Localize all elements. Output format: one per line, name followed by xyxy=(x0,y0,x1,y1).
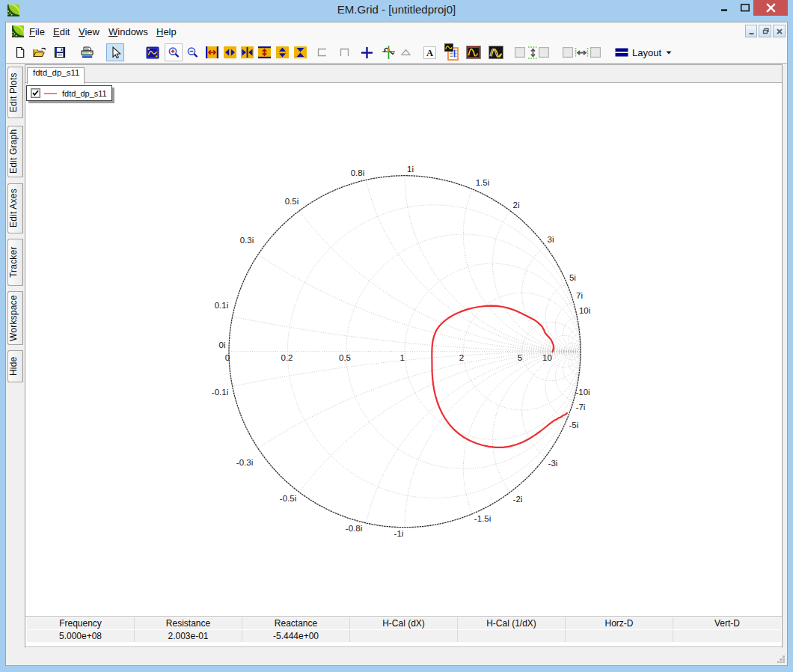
toolbar-button-zoom-fit[interactable] xyxy=(144,43,162,61)
toolbar-button-shrink-x[interactable] xyxy=(238,43,256,61)
window-title: EM.Grid - [untitledproj0] xyxy=(0,3,793,16)
toolbar-button-select-cursor[interactable] xyxy=(106,43,124,61)
toolbar-button-marker-triangle[interactable] xyxy=(397,43,415,61)
window-close-button[interactable] xyxy=(753,0,788,16)
menu-edit[interactable]: Edit xyxy=(49,22,74,41)
sidebar-tab-label: Tracker xyxy=(8,239,22,285)
app-frame: File Edit View Windows Help Layout A Edi… xyxy=(5,22,788,666)
print-icon xyxy=(80,46,94,58)
window-minimize-button[interactable] xyxy=(710,0,737,16)
sidebar-tab-edit-graph[interactable]: Edit Graph xyxy=(7,126,23,177)
table-top-border xyxy=(25,616,782,617)
toolbar-button-plot-report[interactable] xyxy=(443,43,461,61)
resize-grip[interactable] xyxy=(777,656,785,663)
sidebar-tab-label: Edit Axes xyxy=(8,184,22,233)
menu-bar: File Edit View Windows Help xyxy=(6,22,787,41)
single-trace-icon xyxy=(466,46,481,59)
svg-text:-0.8i: -0.8i xyxy=(346,524,362,533)
svg-text:5i: 5i xyxy=(569,273,576,282)
toolbar-button-stretch-x[interactable] xyxy=(221,43,239,61)
toolbar-button-stretch-y[interactable] xyxy=(274,43,292,61)
window-maximize-button[interactable] xyxy=(737,0,753,16)
sidebar-tab-label: Edit Plots xyxy=(8,67,22,117)
select-cursor-icon xyxy=(109,46,121,58)
col-header-resistance: Resistance xyxy=(135,617,242,629)
toolbar-button-multi-trace[interactable] xyxy=(487,43,505,61)
sidebar-tab-hide[interactable]: Hide xyxy=(7,350,23,382)
corner-open-bottom-icon xyxy=(338,46,352,58)
toolbar-button-shrink-y[interactable] xyxy=(291,43,309,61)
stretch-y-icon xyxy=(276,46,289,58)
svg-text:2i: 2i xyxy=(513,201,520,210)
toolbar-button-save[interactable] xyxy=(51,43,69,61)
menu-windows[interactable]: Windows xyxy=(104,22,153,41)
smith-chart: 0i0.1i0.3i0.5i0.8i1i1.5i2i3i5i7i10i-0.1i… xyxy=(25,83,782,616)
toolbar-button-expand-y[interactable] xyxy=(255,43,273,61)
sidebar-tab-edit-plots[interactable]: Edit Plots xyxy=(7,67,23,118)
chevron-down-icon xyxy=(666,51,672,55)
toolbar-button-zoom-in[interactable] xyxy=(165,43,183,61)
col-header-horz-d: Horz-D xyxy=(566,617,673,629)
status-table-value-row: 5.000e+08 2.003e-01 -5.444e+00 xyxy=(27,630,781,642)
svg-text:0.2: 0.2 xyxy=(281,353,293,362)
legend-checkbox[interactable] xyxy=(31,88,40,98)
svg-text:3i: 3i xyxy=(548,235,554,244)
plot-canvas: 0i0.1i0.3i0.5i0.8i1i1.5i2i3i5i7i10i-0.1i… xyxy=(25,83,782,616)
toolbar-button-crosshair[interactable] xyxy=(358,43,376,61)
sidebar-tab-label: Edit Graph xyxy=(8,126,22,177)
menu-help[interactable]: Help xyxy=(152,22,181,41)
legend-line-sample xyxy=(44,93,57,94)
box-b-icon xyxy=(539,47,549,58)
cell-hcal-dx xyxy=(350,630,458,642)
mdi-minimize-icon xyxy=(747,27,756,36)
mdi-close-icon xyxy=(775,27,784,36)
toolbar: Layout A xyxy=(6,41,787,64)
toolbar-button-open-file[interactable] xyxy=(31,43,49,61)
toolbar-button-expand-x[interactable] xyxy=(203,43,221,61)
zoom-in-icon xyxy=(168,46,180,59)
sidebar-tab-tracker[interactable]: Tracker xyxy=(7,239,23,286)
svg-text:0.1i: 0.1i xyxy=(215,301,229,310)
svg-text:2: 2 xyxy=(459,353,464,362)
mdi-minimize-button[interactable] xyxy=(745,25,758,37)
svg-text:0.5: 0.5 xyxy=(339,353,351,362)
menu-view[interactable]: View xyxy=(74,22,104,41)
toolbar-button-print[interactable] xyxy=(78,43,96,61)
toolbar-button-single-trace[interactable] xyxy=(465,43,483,61)
svg-text:-1i: -1i xyxy=(394,529,404,538)
multi-trace-icon xyxy=(489,46,503,59)
cell-resistance: 2.003e-01 xyxy=(135,630,242,642)
menu-file[interactable]: File xyxy=(25,22,49,41)
legend[interactable]: fdtd_dp_s11 xyxy=(26,85,112,101)
toolbar-button-tracker[interactable] xyxy=(379,43,397,61)
svg-text:-5i: -5i xyxy=(569,421,578,430)
svg-text:-1.5i: -1.5i xyxy=(474,514,491,523)
status-bar xyxy=(6,648,787,665)
plot-tab-fdtd-dp-s11[interactable]: fdtd_dp_s11 xyxy=(27,67,85,84)
col-header-hcal-dx: H-Cal (dX) xyxy=(350,617,458,629)
toolbar-button-box-d xyxy=(587,43,604,61)
svg-text:0.3i: 0.3i xyxy=(240,236,254,245)
layout-dropdown[interactable]: Layout xyxy=(615,43,672,61)
crosshair-icon xyxy=(361,46,373,59)
toolbar-button-corner-open-right[interactable] xyxy=(313,43,331,61)
svg-text:A: A xyxy=(426,47,432,58)
sidebar-tab-workspace[interactable]: Workspace xyxy=(7,291,23,345)
svg-text:5: 5 xyxy=(518,353,522,362)
sidebar-tab-edit-axes[interactable]: Edit Axes xyxy=(7,183,23,233)
mdi-restore-icon xyxy=(761,27,770,36)
sidebar-tab-label: Hide xyxy=(8,351,22,382)
box-c-icon xyxy=(563,47,573,58)
cell-frequency: 5.000e+08 xyxy=(27,630,135,642)
toolbar-button-corner-open-bottom[interactable] xyxy=(336,43,354,61)
cell-hcal-1dx xyxy=(458,630,566,642)
svg-text:-0.3i: -0.3i xyxy=(236,458,253,467)
toolbar-button-zoom-out[interactable] xyxy=(183,43,201,61)
zoom-fit-icon xyxy=(146,46,159,59)
mdi-restore-button[interactable] xyxy=(759,25,771,37)
title-bar: EM.Grid - [untitledproj0] xyxy=(0,0,793,22)
svg-text:0.8i: 0.8i xyxy=(351,168,365,177)
plot-tabstrip: fdtd_dp_s11 xyxy=(25,65,782,83)
toolbar-button-text-label[interactable]: A xyxy=(420,43,438,61)
mdi-close-button[interactable] xyxy=(773,25,786,37)
